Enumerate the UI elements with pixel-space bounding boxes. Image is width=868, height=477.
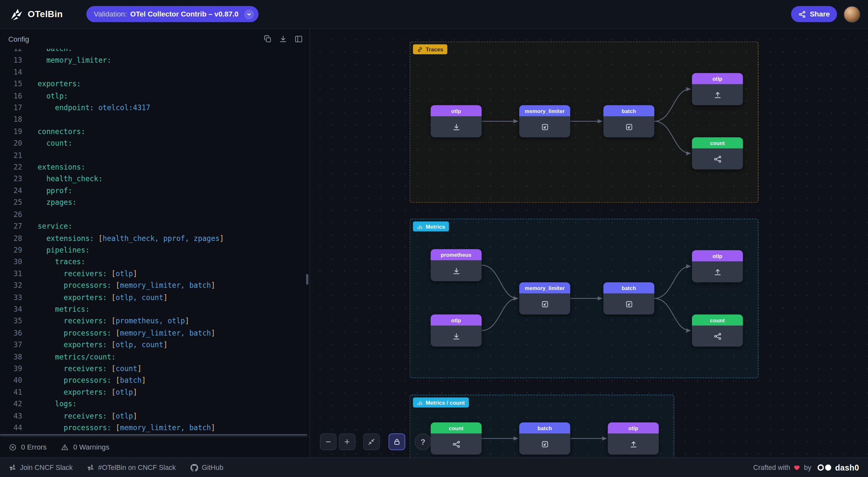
node-batch[interactable]: batch <box>519 422 570 454</box>
validation-selector[interactable]: Validation: OTel Collector Contrib – v0.… <box>87 6 258 22</box>
lock-button[interactable] <box>389 434 405 450</box>
line-number: 28 <box>0 232 22 244</box>
join-cncf-slack-link[interactable]: Join CNCF Slack <box>9 464 72 472</box>
node-count[interactable]: count <box>692 137 743 169</box>
code-line[interactable]: 32 processors: [memory_limiter, batch] <box>0 280 309 292</box>
code-line[interactable]: 34 metrics: <box>0 303 309 315</box>
code-line[interactable]: 26 <box>0 209 309 220</box>
code-line[interactable]: 27service: <box>0 220 309 232</box>
node-label: otlp <box>608 422 659 434</box>
code-line[interactable]: 42 logs: <box>0 398 309 410</box>
node-memory_limiter[interactable]: memory_limiter <box>519 105 570 137</box>
node-count[interactable]: count <box>692 315 743 347</box>
topbar: OTelBin Validation: OTel Collector Contr… <box>0 0 868 29</box>
code-line[interactable]: 19connectors: <box>0 126 309 138</box>
help-button[interactable]: ? <box>414 434 431 450</box>
line-number: 33 <box>0 292 22 304</box>
node-otlp[interactable]: otlp <box>608 422 659 454</box>
circle-x-icon <box>9 443 17 451</box>
code-line[interactable]: 31 receivers: [otlp] <box>0 268 309 280</box>
vertical-scrollbar-thumb[interactable] <box>306 274 308 285</box>
crafted-by: Crafted with by dash0 <box>753 463 859 472</box>
code-line[interactable]: 18 <box>0 114 309 126</box>
github-icon <box>190 464 198 472</box>
node-body <box>692 261 743 282</box>
code-line[interactable]: 35 receivers: [prometheus, otlp] <box>0 315 309 327</box>
code-editor[interactable]: 12 batch:13 memory_limiter:14 15exporter… <box>0 49 309 436</box>
share-button[interactable]: Share <box>791 6 837 22</box>
node-label: otlp <box>692 250 743 261</box>
code-line[interactable]: 41 exporters: [otlp] <box>0 386 309 398</box>
code-line[interactable]: 14 <box>0 66 309 78</box>
node-label: batch <box>603 105 655 116</box>
node-batch[interactable]: batch <box>603 105 655 137</box>
code-line[interactable]: 29 pipelines: <box>0 244 309 256</box>
node-label: memory_limiter <box>519 105 570 116</box>
avatar[interactable] <box>844 6 860 22</box>
code-line[interactable]: 33 exporters: [otlp, count] <box>0 292 309 304</box>
validation-value: OTel Collector Contrib – v0.87.0 <box>130 10 238 19</box>
app: OTelBin Validation: OTel Collector Contr… <box>0 0 868 477</box>
collapse-panel-button[interactable] <box>294 35 303 43</box>
line-number: 30 <box>0 256 22 268</box>
code-line[interactable]: 24 pprof: <box>0 185 309 197</box>
line-number: 41 <box>0 386 22 398</box>
line-number: 20 <box>0 138 22 150</box>
code-line[interactable]: 23 health_check: <box>0 173 309 185</box>
code-line[interactable]: 15exporters: <box>0 78 309 90</box>
line-number: 16 <box>0 90 22 102</box>
code-line[interactable]: 12 batch: <box>0 49 309 55</box>
panel-left-icon <box>294 35 303 43</box>
node-label: count <box>692 315 743 326</box>
node-label: otlp <box>431 105 482 116</box>
code-line[interactable]: 25 zpages: <box>0 197 309 209</box>
code-line[interactable]: 30 traces: <box>0 256 309 268</box>
zoom-out-button[interactable]: − <box>320 434 337 450</box>
node-batch[interactable]: batch <box>603 282 655 314</box>
node-otlp[interactable]: otlp <box>692 73 743 105</box>
processor-icon <box>540 123 549 131</box>
node-otlp[interactable]: otlp <box>431 105 482 137</box>
node-prometheus[interactable]: prometheus <box>431 249 482 281</box>
node-otlp[interactable]: otlp <box>431 315 482 347</box>
canvas-controls: − + <box>320 434 431 450</box>
receiver-icon <box>452 123 461 131</box>
share-label: Share <box>810 10 830 19</box>
code-line[interactable]: 20 count: <box>0 138 309 150</box>
node-memory_limiter[interactable]: memory_limiter <box>519 282 570 314</box>
download-config-button[interactable] <box>279 35 287 43</box>
code-line[interactable]: 22extensions: <box>0 161 309 173</box>
flow-canvas[interactable]: TracesMetricsMetrics / count otlpmemory_… <box>310 29 868 457</box>
copy-config-button[interactable] <box>264 35 272 43</box>
line-number: 25 <box>0 197 22 209</box>
code-line[interactable]: 38 metrics/count: <box>0 351 309 363</box>
node-count[interactable]: count <box>431 422 482 454</box>
node-otlp[interactable]: otlp <box>692 250 743 282</box>
line-number: 43 <box>0 410 22 422</box>
slack-icon <box>87 464 94 471</box>
download-icon <box>279 35 287 43</box>
code-line[interactable]: 37 exporters: [otlp, count] <box>0 339 309 351</box>
code-line[interactable]: 43 receivers: [otlp] <box>0 410 309 422</box>
dash0-logo[interactable]: dash0 <box>817 463 859 472</box>
code-line[interactable]: 21 <box>0 149 309 161</box>
otelbin-cncf-slack-link[interactable]: #OTelBin on CNCF Slack <box>87 464 176 472</box>
code-line[interactable]: 28 extensions: [health_check, pprof, zpa… <box>0 232 309 244</box>
status-bar: 0 Errors 0 Warnings <box>0 436 309 457</box>
code-line[interactable]: 13 memory_limiter: <box>0 55 309 66</box>
group-badge-label: Metrics <box>426 223 445 230</box>
code-line[interactable]: 39 receivers: [count] <box>0 363 309 375</box>
code-line[interactable]: 36 processors: [memory_limiter, batch] <box>0 327 309 339</box>
line-number: 29 <box>0 244 22 256</box>
github-link[interactable]: GitHub <box>190 464 223 472</box>
group-badge-label: Traces <box>426 46 443 52</box>
code-line[interactable]: 17 endpoint: otelcol:4317 <box>0 102 309 114</box>
editor-title: Config <box>8 35 29 43</box>
code-lines: 12 batch:13 memory_limiter:14 15exporter… <box>0 49 309 434</box>
code-line[interactable]: 16 otlp: <box>0 90 309 102</box>
zoom-in-button[interactable]: + <box>339 434 355 450</box>
fit-view-button[interactable] <box>363 434 380 450</box>
code-line[interactable]: 40 processors: [batch] <box>0 375 309 387</box>
code-line[interactable]: 44 processors: [memory_limiter, batch] <box>0 422 309 434</box>
horizontal-scrollbar-thumb[interactable] <box>0 434 307 436</box>
